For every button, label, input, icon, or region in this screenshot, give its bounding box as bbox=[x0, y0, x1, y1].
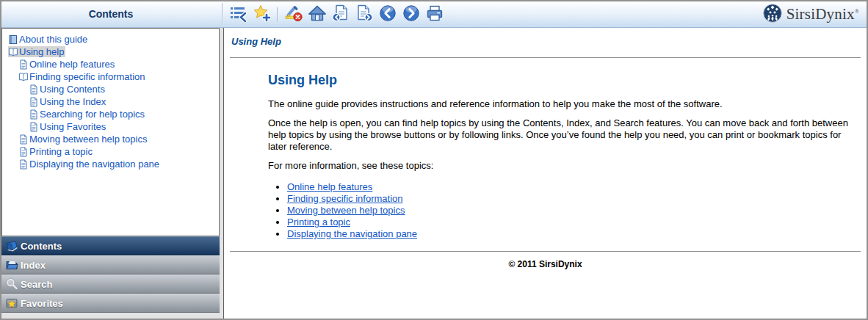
print-icon bbox=[426, 4, 444, 24]
help-viewer-window: Contents SirsiDynix® About this guideUsi… bbox=[0, 0, 868, 320]
tree-item-label: Finding specific information bbox=[29, 71, 145, 82]
book-icon bbox=[5, 239, 18, 252]
page-icon bbox=[18, 59, 29, 70]
sirsidynix-logo: SirsiDynix® bbox=[762, 1, 859, 27]
star-box-icon bbox=[5, 297, 18, 310]
previous-topic-icon bbox=[332, 4, 350, 24]
related-topic-item: Moving between help topics bbox=[287, 206, 859, 216]
tree-item[interactable]: Displaying the navigation pane bbox=[5, 158, 219, 170]
body-paragraphs: The online guide provides instructions a… bbox=[268, 98, 859, 153]
forward-icon bbox=[402, 4, 420, 24]
previous-topic-button[interactable] bbox=[330, 4, 350, 24]
tree-item[interactable]: Using the Index bbox=[5, 95, 219, 108]
related-topic-item: Online help features bbox=[287, 182, 859, 192]
nav-accordion: ContentsIndexSearchFavorites bbox=[1, 236, 220, 319]
tree-item-label: Searching for help topics bbox=[40, 109, 145, 120]
back-icon bbox=[379, 4, 397, 24]
sync-toc-icon bbox=[230, 4, 247, 24]
links-intro: For more information, see these topics: bbox=[268, 160, 859, 172]
tree-item-label: Printing a topic bbox=[29, 146, 93, 157]
open-book-icon bbox=[8, 47, 18, 57]
topic-link[interactable]: Finding specific information bbox=[287, 193, 403, 204]
next-topic-icon bbox=[355, 4, 373, 24]
nav-tab-search[interactable]: Search bbox=[1, 274, 220, 294]
page-icon bbox=[29, 109, 39, 120]
body-paragraph: Once the help is open, you can find help… bbox=[268, 117, 859, 153]
related-topic-item: Printing a topic bbox=[287, 217, 859, 228]
page-icon bbox=[18, 134, 29, 145]
related-topics-list: Online help featuresFinding specific inf… bbox=[277, 182, 859, 239]
body-paragraph: The online guide provides instructions a… bbox=[268, 98, 859, 110]
tree-item[interactable]: Finding specific information bbox=[5, 70, 219, 83]
topic-link[interactable]: Printing a topic bbox=[287, 217, 350, 228]
tree-item-label: Using Contents bbox=[40, 84, 105, 95]
tree-item-label: About this guide bbox=[19, 34, 87, 45]
sync-toc-button[interactable] bbox=[228, 4, 248, 24]
magnifier-icon bbox=[5, 277, 18, 291]
closed-book-icon bbox=[8, 34, 18, 45]
tree-item-label: Using the Index bbox=[40, 96, 106, 107]
contents-tree: About this guideUsing helpOnline help fe… bbox=[1, 28, 220, 236]
open-book-icon bbox=[18, 72, 29, 82]
toolbar-separator bbox=[277, 7, 278, 22]
tree-item-label: Using help bbox=[19, 46, 64, 57]
remove-highlight-button[interactable] bbox=[283, 4, 303, 24]
sidebar-header-title: Contents bbox=[1, 1, 220, 27]
topic-link[interactable]: Online help features bbox=[287, 181, 372, 192]
registered-mark: ® bbox=[855, 8, 859, 15]
topic-link[interactable]: Displaying the navigation pane bbox=[287, 228, 417, 239]
folder-icon bbox=[5, 258, 18, 272]
nav-tab-index[interactable]: Index bbox=[1, 255, 220, 274]
tree-item[interactable]: About this guide bbox=[5, 33, 219, 46]
add-favorite-button[interactable] bbox=[252, 4, 272, 24]
tree-item[interactable]: Online help features bbox=[5, 58, 219, 70]
page-icon bbox=[29, 97, 39, 107]
article: Using Help The online guide provides ins… bbox=[268, 73, 859, 239]
add-favorite-icon bbox=[253, 4, 271, 24]
logo-text: SirsiDynix® bbox=[786, 5, 859, 23]
tree-item[interactable]: Printing a topic bbox=[5, 145, 219, 158]
tree-item-label: Displaying the navigation pane bbox=[29, 159, 159, 170]
header-rule bbox=[230, 57, 861, 58]
page-icon bbox=[29, 84, 39, 95]
tree-item-label: Online help features bbox=[29, 59, 115, 70]
page-icon bbox=[18, 159, 29, 170]
remove-highlight-icon bbox=[285, 4, 303, 24]
toolbar bbox=[228, 1, 444, 27]
back-button[interactable] bbox=[377, 4, 397, 24]
tree-item[interactable]: Moving between help topics bbox=[5, 133, 219, 145]
nav-tab-label: Search bbox=[21, 279, 52, 290]
topic-content: Using Help Using Help The online guide p… bbox=[223, 28, 867, 319]
nav-tab-label: Index bbox=[21, 260, 46, 271]
tree-item-label: Using Favorites bbox=[40, 121, 106, 132]
topic-link[interactable]: Moving between help topics bbox=[287, 205, 405, 216]
page-title: Using Help bbox=[268, 73, 859, 88]
sirsidynix-logo-icon bbox=[762, 3, 783, 26]
tree-item-label: Moving between help topics bbox=[29, 134, 147, 145]
forward-button[interactable] bbox=[401, 4, 421, 24]
breadcrumb: Using Help bbox=[231, 36, 867, 47]
related-topic-item: Finding specific information bbox=[287, 194, 859, 204]
nav-tab-contents[interactable]: Contents bbox=[1, 236, 220, 255]
page-icon bbox=[29, 122, 39, 132]
next-topic-button[interactable] bbox=[354, 4, 374, 24]
page-icon bbox=[18, 147, 29, 157]
navigation-pane: About this guideUsing helpOnline help fe… bbox=[1, 28, 223, 319]
related-topic-item: Displaying the navigation pane bbox=[287, 229, 859, 239]
nav-tab-label: Contents bbox=[21, 241, 62, 252]
nav-tab-label: Favorites bbox=[21, 298, 63, 309]
topbar-divider bbox=[222, 3, 223, 26]
print-button[interactable] bbox=[424, 4, 444, 24]
tree-item[interactable]: Using Favorites bbox=[5, 120, 219, 133]
tree-item[interactable]: Using Contents bbox=[5, 83, 219, 95]
home-button[interactable] bbox=[307, 4, 327, 24]
nav-tab-favorites[interactable]: Favorites bbox=[1, 294, 220, 313]
top-bar: Contents SirsiDynix® bbox=[1, 1, 867, 28]
tree-item[interactable]: Using help bbox=[5, 46, 219, 58]
home-icon bbox=[308, 4, 326, 24]
tree-item[interactable]: Searching for help topics bbox=[5, 108, 219, 120]
copyright: © 2011 SirsiDynix bbox=[224, 259, 867, 269]
footer-rule bbox=[230, 251, 861, 252]
